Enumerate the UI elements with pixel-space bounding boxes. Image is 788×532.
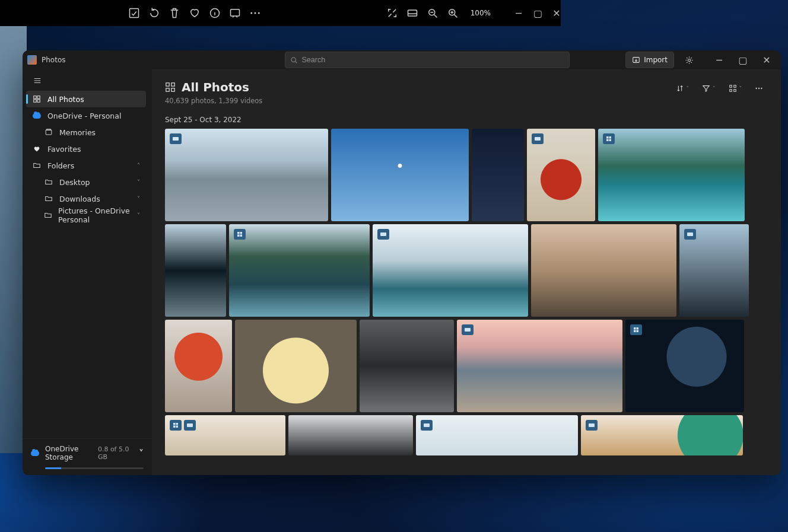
onedrive-badge-icon <box>377 229 389 240</box>
zoom-out-icon[interactable] <box>427 7 439 19</box>
gear-icon <box>685 56 694 65</box>
svg-rect-51 <box>424 423 430 427</box>
photo-thumbnail[interactable] <box>625 320 744 412</box>
favorite-icon[interactable] <box>189 7 201 19</box>
sidebar-item-label: Folders <box>47 161 74 170</box>
search-box[interactable] <box>285 52 570 68</box>
photo-thumbnail[interactable] <box>581 415 743 455</box>
onedrive-badge-icon <box>684 229 696 240</box>
edit-icon[interactable] <box>128 7 140 19</box>
fullscreen-icon[interactable] <box>386 7 398 19</box>
grid-layout-icon <box>729 84 737 93</box>
layout-button[interactable]: ˅ <box>724 80 747 97</box>
photo-thumbnail[interactable] <box>165 129 328 221</box>
svg-rect-29 <box>173 137 179 141</box>
svg-rect-14 <box>34 100 36 102</box>
photo-thumbnail[interactable] <box>531 224 676 317</box>
album-badge-icon <box>170 420 182 431</box>
svg-rect-19 <box>171 83 174 86</box>
sidebar-item-desktop[interactable]: Desktop ˅ <box>26 174 146 190</box>
sidebar-item-favorites[interactable]: Favorites <box>26 141 146 157</box>
onedrive-icon <box>32 111 42 120</box>
zoom-in-icon[interactable] <box>447 7 459 19</box>
photo-thumbnail[interactable] <box>527 129 595 221</box>
svg-rect-45 <box>637 330 639 333</box>
titlebar[interactable]: Photos Import ─ ▢ ✕ <box>23 50 781 69</box>
page-subtitle: 40,639 photos, 1,399 videos <box>165 97 262 105</box>
photo-thumbnail[interactable] <box>331 129 469 221</box>
onedrive-badge-icon <box>462 324 474 335</box>
sidebar-item-onedrive[interactable]: OneDrive - Personal <box>26 107 146 124</box>
svg-rect-22 <box>729 85 732 88</box>
search-input[interactable] <box>301 56 564 64</box>
chevron-down-icon: ˅ <box>137 179 140 186</box>
photo-thumbnail[interactable] <box>457 320 622 412</box>
svg-rect-40 <box>687 232 693 236</box>
svg-rect-43 <box>637 327 639 330</box>
maximize-button[interactable]: ▢ <box>731 52 755 68</box>
photo-thumbnail[interactable] <box>165 320 232 412</box>
hamburger-button[interactable] <box>27 72 47 90</box>
svg-rect-50 <box>187 423 193 427</box>
main-content: All Photos 40,639 photos, 1,399 videos ˅… <box>152 69 781 475</box>
photo-thumbnail[interactable] <box>373 224 528 317</box>
sidebar-item-downloads[interactable]: Downloads ˅ <box>26 190 146 207</box>
close-button[interactable]: ✕ <box>755 52 779 68</box>
photo-grid-icon <box>165 82 176 93</box>
filter-button[interactable]: ˅ <box>697 80 720 97</box>
svg-rect-49 <box>176 426 179 428</box>
import-button[interactable]: Import <box>625 52 674 68</box>
folder-icon <box>44 177 53 187</box>
more-icon[interactable] <box>249 7 261 19</box>
delete-icon[interactable] <box>169 7 180 19</box>
chevron-down-icon: ˅ <box>137 196 140 202</box>
photo-thumbnail[interactable] <box>165 415 285 455</box>
photo-thumbnail[interactable] <box>679 224 749 317</box>
photo-thumbnail[interactable] <box>598 129 745 221</box>
storage-label: OneDrive Storage <box>45 445 92 461</box>
svg-rect-38 <box>240 235 243 237</box>
sort-button[interactable]: ˅ <box>671 80 694 97</box>
onedrive-badge-icon <box>184 420 196 431</box>
info-icon[interactable] <box>209 7 221 19</box>
svg-rect-32 <box>609 136 612 139</box>
svg-rect-2 <box>231 9 240 16</box>
sidebar-item-all-photos[interactable]: All Photos <box>26 91 146 107</box>
sidebar-item-label: Favorites <box>47 145 81 154</box>
photo-thumbnail[interactable] <box>360 320 454 412</box>
photo-thumbnail[interactable] <box>235 320 357 412</box>
heart-icon <box>32 144 42 154</box>
svg-rect-31 <box>606 136 609 139</box>
sidebar-item-pictures-onedrive[interactable]: Pictures - OneDrive Personal ˅ <box>26 207 146 224</box>
photo-thumbnail[interactable] <box>416 415 578 455</box>
chevron-down-icon: ˅ <box>139 448 144 459</box>
sidebar-item-folders[interactable]: Folders ˄ <box>26 157 146 174</box>
photo-thumbnail[interactable] <box>472 129 524 221</box>
settings-button[interactable] <box>679 52 699 68</box>
window-close-icon[interactable]: ✕ <box>552 8 561 19</box>
sidebar-item-label: Memories <box>59 128 96 137</box>
svg-rect-42 <box>634 327 636 330</box>
photo-thumbnail[interactable] <box>288 415 413 455</box>
photo-thumbnail[interactable] <box>229 224 370 317</box>
svg-rect-36 <box>240 232 243 234</box>
more-button[interactable] <box>750 80 768 97</box>
window-maximize-icon[interactable]: ▢ <box>533 8 542 19</box>
album-badge-icon <box>630 324 642 335</box>
photo-thumbnail[interactable] <box>165 224 226 317</box>
slideshow-icon[interactable] <box>229 7 241 19</box>
filmstrip-icon[interactable] <box>406 7 418 19</box>
window-minimize-icon[interactable]: ─ <box>514 8 523 19</box>
minimize-button[interactable]: ─ <box>707 52 731 68</box>
svg-point-9 <box>292 58 296 62</box>
rotate-icon[interactable] <box>148 7 160 19</box>
sidebar-item-label: Downloads <box>59 195 100 203</box>
zoom-level: 100% <box>471 9 491 17</box>
sidebar-item-memories[interactable]: Memories <box>26 124 146 141</box>
album-badge-icon <box>603 133 615 144</box>
svg-rect-47 <box>176 423 179 425</box>
storage-row[interactable]: OneDrive Storage 0.8 of 5.0 GB ˅ <box>23 438 152 467</box>
svg-rect-48 <box>173 426 176 428</box>
svg-point-4 <box>255 12 256 14</box>
svg-rect-24 <box>729 90 732 92</box>
